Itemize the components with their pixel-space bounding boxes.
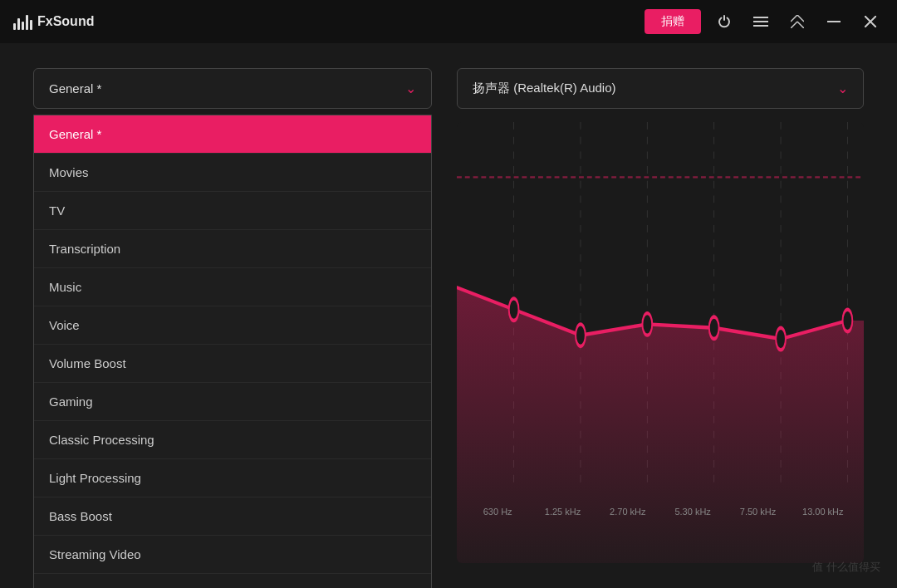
- right-panel: 扬声器 (Realtek(R) Audio) ⌄: [457, 68, 864, 563]
- svg-line-3: [791, 15, 797, 22]
- device-dropdown-header[interactable]: 扬声器 (Realtek(R) Audio) ⌄: [457, 68, 864, 109]
- titlebar-controls: 捐赠: [645, 8, 884, 35]
- svg-line-4: [797, 15, 804, 22]
- device-chevron-down-icon: ⌄: [837, 81, 848, 96]
- titlebar: FxSound 捐赠: [0, 0, 897, 43]
- preset-item-bass-boost[interactable]: Bass Boost: [34, 497, 431, 536]
- logo-bars-icon: [13, 13, 32, 30]
- freq-label-2: 1.25 kHz: [530, 507, 595, 517]
- donate-button[interactable]: 捐赠: [645, 9, 701, 34]
- freq-label-4: 5.30 kHz: [660, 507, 725, 517]
- preset-item-gaming[interactable]: Gaming: [34, 383, 431, 421]
- freq-label-6: 13.00 kHz: [791, 507, 855, 517]
- eq-point-1: [509, 298, 519, 321]
- preset-dropdown-menu: General * Movies TV Transcription Music …: [33, 115, 432, 588]
- menu-button[interactable]: [748, 8, 774, 35]
- fxsound-logo: FxSound: [13, 13, 94, 30]
- preset-item-general[interactable]: General *: [34, 115, 431, 154]
- power-button[interactable]: [711, 8, 738, 35]
- eq-point-3: [642, 313, 652, 336]
- minimize-button[interactable]: [821, 8, 847, 35]
- preset-item-volume-boost[interactable]: Volume Boost: [34, 345, 431, 383]
- preset-item-music[interactable]: Music: [34, 268, 431, 306]
- left-panel: General * ⌄ General * Movies TV Transcri…: [33, 68, 432, 563]
- svg-line-5: [791, 22, 797, 28]
- logo-text: FxSound: [37, 14, 94, 29]
- preset-item-transcription[interactable]: Transcription: [34, 230, 431, 268]
- restore-button[interactable]: [784, 8, 811, 35]
- logo-area: FxSound: [13, 13, 94, 30]
- preset-item-voice[interactable]: Voice: [34, 306, 431, 345]
- preset-selected-label: General *: [49, 81, 101, 96]
- eq-svg: [457, 122, 864, 563]
- preset-item-tv[interactable]: TV: [34, 192, 431, 230]
- preset-item-classic-processing[interactable]: Classic Processing: [34, 421, 431, 459]
- watermark: 值 什么值得买: [812, 560, 880, 575]
- eq-point-2: [576, 324, 586, 346]
- svg-line-6: [797, 22, 804, 28]
- main-content: General * ⌄ General * Movies TV Transcri…: [0, 43, 897, 588]
- preset-item-movies[interactable]: Movies: [34, 154, 431, 192]
- freq-label-5: 7.50 kHz: [725, 507, 790, 517]
- preset-item-light-processing[interactable]: Light Processing: [34, 459, 431, 497]
- freq-label-3: 2.70 kHz: [596, 507, 660, 517]
- preset-item-default[interactable]: Default: [34, 574, 431, 588]
- close-button[interactable]: [857, 8, 884, 35]
- freq-label-1: 630 Hz: [465, 507, 530, 517]
- eq-point-4: [709, 317, 719, 340]
- eq-point-6: [843, 310, 853, 332]
- device-selected-label: 扬声器 (Realtek(R) Audio): [473, 81, 616, 96]
- chevron-down-icon: ⌄: [405, 81, 416, 96]
- preset-dropdown-header[interactable]: General * ⌄: [33, 68, 432, 109]
- eq-point-5: [776, 328, 786, 350]
- eq-chart: 630 Hz 1.25 kHz 2.70 kHz 5.30 kHz 7.50 k…: [457, 122, 864, 563]
- preset-item-streaming-video[interactable]: Streaming Video: [34, 536, 431, 574]
